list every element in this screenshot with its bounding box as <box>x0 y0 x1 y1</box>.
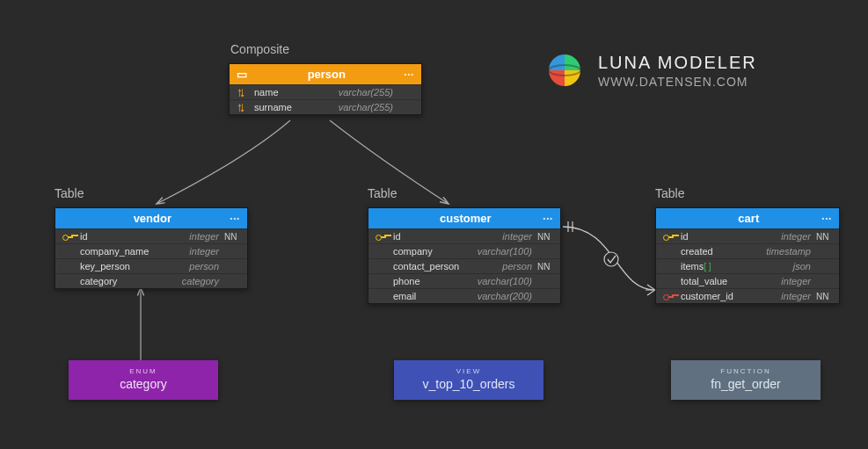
column-name: email <box>393 291 478 301</box>
chip-view-top10[interactable]: VIEW v_top_10_orders <box>394 360 543 400</box>
entity-title: customer <box>388 212 543 225</box>
column-row[interactable]: phone varchar(100) <box>368 273 560 288</box>
entity-menu-icon[interactable]: ••• <box>230 214 240 222</box>
fk-icon <box>237 87 252 98</box>
column-constraint: NN <box>816 232 832 242</box>
column-row[interactable]: key_person person <box>55 258 247 273</box>
entity-cart[interactable]: cart ••• id integer NN created timestamp… <box>655 207 840 304</box>
column-name: id <box>681 231 781 242</box>
column-type: integer <box>781 276 811 286</box>
chip-kind: VIEW <box>394 367 543 375</box>
column-type: varchar(100) <box>478 246 532 257</box>
column-type: varchar(200) <box>478 291 532 301</box>
branding-block: LUNA MODELER WWW.DATENSEN.COM <box>545 51 757 90</box>
pk-icon <box>663 233 679 240</box>
column-constraint: NN <box>224 232 240 242</box>
column-name: company_name <box>80 246 189 257</box>
entity-menu-icon[interactable]: ••• <box>405 70 414 78</box>
column-name: customer_id <box>681 291 781 301</box>
column-type: timestamp <box>766 246 811 257</box>
chip-name: category <box>69 377 218 391</box>
column-type: varchar(100) <box>478 276 532 286</box>
column-name: key_person <box>80 261 189 272</box>
column-type: person <box>189 261 219 272</box>
pk-icon <box>376 233 391 240</box>
column-type: varchar(255) <box>339 87 393 98</box>
column-type: integer <box>781 231 811 242</box>
column-type: integer <box>189 246 219 257</box>
entity-title: cart <box>675 212 822 225</box>
column-name: surname <box>254 102 339 112</box>
column-row[interactable]: surname varchar(255) <box>230 99 421 114</box>
column-name: id <box>80 231 189 242</box>
label-composite: Composite <box>230 42 289 56</box>
brand-logo-icon <box>545 51 584 90</box>
chip-name: v_top_10_orders <box>394 377 543 391</box>
brand-title: LUNA MODELER <box>598 53 757 73</box>
entity-person[interactable]: ▭ person ••• name varchar(255) surname v… <box>229 63 422 115</box>
column-type: integer <box>781 291 811 301</box>
entity-customer[interactable]: customer ••• id integer NN company varch… <box>368 207 561 304</box>
column-type: varchar(255) <box>339 102 393 112</box>
column-type: person <box>502 261 532 272</box>
column-name: phone <box>393 276 478 286</box>
fk-icon <box>237 102 252 112</box>
column-name: name <box>254 87 339 98</box>
chip-kind: FUNCTION <box>671 367 821 375</box>
column-constraint: NN <box>537 262 553 272</box>
entity-header-customer[interactable]: customer ••• <box>368 208 560 228</box>
column-type: integer <box>502 231 532 242</box>
chip-name: fn_get_order <box>671 377 821 391</box>
chip-kind: ENUM <box>69 367 218 375</box>
column-name: contact_person <box>393 261 502 272</box>
column-type: json <box>793 261 811 272</box>
column-row[interactable]: name varchar(255) <box>230 84 421 99</box>
array-suffix: [ ] <box>704 262 711 272</box>
column-row[interactable]: email varchar(200) <box>368 288 560 303</box>
fk-key-icon <box>663 293 679 300</box>
entity-header-person[interactable]: ▭ person ••• <box>230 64 421 84</box>
column-name: items[ ] <box>681 261 793 272</box>
column-row[interactable]: created timestamp <box>656 243 839 258</box>
column-constraint: NN <box>816 292 832 301</box>
column-row[interactable]: id integer NN <box>55 228 247 243</box>
svg-point-0 <box>604 252 618 266</box>
column-name: company <box>393 246 478 257</box>
entity-title: person <box>249 68 405 81</box>
column-type: integer <box>189 231 219 242</box>
entity-header-cart[interactable]: cart ••• <box>656 208 839 228</box>
entity-vendor[interactable]: vendor ••• id integer NN company_name in… <box>55 207 248 289</box>
column-row[interactable]: company_name integer <box>55 243 247 258</box>
column-row[interactable]: id integer NN <box>368 228 560 243</box>
label-table-cart: Table <box>655 186 684 200</box>
column-row[interactable]: category category <box>55 273 247 288</box>
column-name: category <box>80 276 182 286</box>
column-row[interactable]: id integer NN <box>656 228 839 243</box>
composite-icon: ▭ <box>237 68 249 81</box>
brand-url: WWW.DATENSEN.COM <box>598 75 757 89</box>
label-table-customer: Table <box>368 186 397 200</box>
column-name: created <box>681 246 766 257</box>
column-row[interactable]: customer_id integer NN <box>656 288 839 303</box>
pk-icon <box>62 233 78 240</box>
column-row[interactable]: items[ ] json <box>656 258 839 273</box>
entity-title: vendor <box>75 212 230 225</box>
entity-header-vendor[interactable]: vendor ••• <box>55 208 247 228</box>
column-row[interactable]: contact_person person NN <box>368 258 560 273</box>
column-name: total_value <box>681 276 781 286</box>
label-table-vendor: Table <box>55 186 84 200</box>
chip-enum-category[interactable]: ENUM category <box>69 360 218 400</box>
entity-menu-icon[interactable]: ••• <box>822 214 832 222</box>
column-constraint: NN <box>537 232 553 242</box>
column-name: id <box>393 231 502 242</box>
column-row[interactable]: total_value integer <box>656 273 839 288</box>
chip-function-getorder[interactable]: FUNCTION fn_get_order <box>671 360 821 400</box>
entity-menu-icon[interactable]: ••• <box>543 214 553 222</box>
column-row[interactable]: company varchar(100) <box>368 243 560 258</box>
column-type: category <box>182 276 219 286</box>
